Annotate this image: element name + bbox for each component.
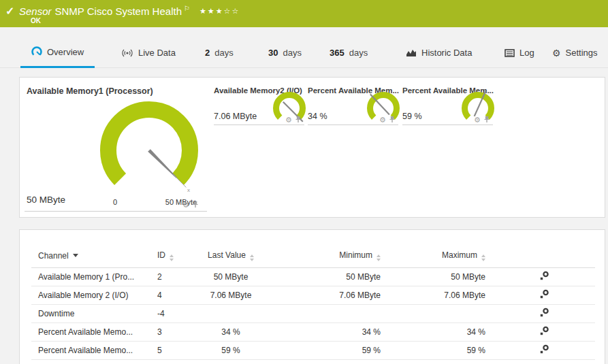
channel-settings-icon[interactable]: [539, 308, 549, 318]
cell-actions: [497, 286, 595, 304]
gear-icon[interactable]: ⚙: [182, 201, 189, 208]
cell-maximum: 7.06 MByte: [392, 286, 497, 304]
cell-minimum: 7.06 MByte: [269, 286, 392, 304]
status-badge: OK: [31, 17, 41, 24]
tab-label: days: [283, 48, 301, 58]
table-row: Percent Available Memo... 5 59 % 59 % 59…: [31, 341, 595, 359]
tab-label: Overview: [47, 47, 84, 57]
table-header-row: Channel ID Last Value Minimum Maximum: [31, 245, 595, 267]
column-label: Channel: [38, 251, 69, 261]
cell-last-value: 34 %: [193, 322, 269, 341]
gear-icon[interactable]: ⚙: [379, 116, 386, 123]
tab-label: Live Data: [138, 48, 176, 58]
tab-historic-data[interactable]: Historic Data: [395, 37, 483, 68]
channel-settings-icon[interactable]: [539, 326, 549, 336]
cell-last-value: 50 MByte: [193, 267, 269, 286]
tab-label: days: [214, 48, 233, 58]
cell-actions: [497, 304, 595, 322]
page-title: SensorSNMP Cisco System Health⚐★★★☆☆: [19, 5, 240, 17]
cell-channel[interactable]: Percent Available Memo...: [31, 341, 150, 359]
tile-divider: [25, 211, 207, 212]
tab-settings[interactable]: ⚙ Settings: [541, 37, 608, 68]
table-row: Downtime -4: [31, 304, 595, 322]
cell-id: 4: [150, 286, 193, 304]
cell-channel[interactable]: Available Memory 2 (I/O): [31, 286, 150, 304]
column-header-minimum[interactable]: Minimum: [269, 245, 392, 267]
tab-label: days: [349, 48, 368, 58]
mini-gauge: [362, 88, 404, 130]
cell-minimum: 50 MByte: [269, 267, 392, 286]
tab-365-days[interactable]: 365 days: [319, 37, 379, 68]
channel-settings-icon[interactable]: [539, 344, 549, 354]
gauge-value: 7.06 MByte: [214, 112, 257, 121]
tab-label: Log: [519, 48, 534, 58]
gear-icon: ⚙: [552, 48, 561, 59]
tab-2-days[interactable]: 2 days: [194, 37, 244, 68]
gauge-scale-min: 0: [113, 198, 117, 206]
column-header-channel[interactable]: Channel: [31, 245, 150, 267]
sort-icon: [481, 254, 485, 261]
table-row: Available Memory 2 (I/O) 4 7.06 MByte 7.…: [31, 286, 595, 304]
tab-overview[interactable]: Overview: [20, 37, 95, 68]
gauge-value: 34 %: [308, 112, 327, 121]
table-row: Available Memory 1 (Pro... 2 50 MByte 50…: [31, 267, 595, 286]
column-label: Maximum: [442, 250, 477, 260]
pin-icon[interactable]: [192, 201, 199, 208]
gear-icon[interactable]: ⚙: [285, 116, 292, 123]
gauge-value: 59 %: [402, 112, 422, 121]
star-rating[interactable]: ★★★☆☆: [199, 7, 240, 15]
primary-gauge: x: [84, 93, 213, 210]
cell-id: 5: [150, 341, 193, 359]
pin-icon[interactable]: [483, 116, 490, 123]
tile-divider: [402, 125, 493, 125]
sort-icon: [170, 254, 174, 261]
tab-number: 2: [205, 48, 210, 58]
pin-icon[interactable]: [295, 116, 302, 123]
tab-log[interactable]: Log: [494, 37, 545, 68]
column-label: Minimum: [339, 250, 372, 260]
gear-icon[interactable]: ⚙: [474, 116, 481, 123]
cell-maximum: [392, 304, 497, 322]
column-header-maximum[interactable]: Maximum: [392, 245, 497, 267]
channels-panel: Channel ID Last Value Minimum Maximum Av…: [19, 229, 605, 364]
cell-last-value: 7.06 MByte: [193, 286, 269, 304]
cell-channel[interactable]: Percent Available Memo...: [31, 322, 150, 341]
log-icon: [505, 49, 515, 57]
cell-id: 3: [150, 322, 193, 341]
channel-settings-icon[interactable]: [539, 271, 549, 281]
live-icon: [121, 48, 133, 58]
tile-divider: [214, 125, 304, 125]
column-header-id[interactable]: ID: [150, 245, 193, 267]
channel-settings-icon[interactable]: [539, 289, 549, 299]
tab-live-data[interactable]: Live Data: [110, 37, 187, 68]
cell-last-value: [193, 304, 269, 322]
cell-channel[interactable]: Available Memory 1 (Pro...: [31, 267, 150, 286]
cell-minimum: 34 %: [269, 322, 392, 341]
channels-table: Channel ID Last Value Minimum Maximum Av…: [31, 245, 595, 360]
column-header-last-value[interactable]: Last Value: [193, 245, 269, 267]
tab-number: 30: [268, 48, 278, 58]
cell-actions: [497, 267, 595, 286]
cell-channel[interactable]: Downtime: [31, 304, 150, 322]
sort-icon: [250, 254, 254, 261]
tab-30-days[interactable]: 30 days: [257, 37, 313, 68]
cell-minimum: 59 %: [269, 341, 392, 359]
tab-bar: Overview Live Data 2 days 30 days 365 da…: [0, 37, 608, 68]
gauges-panel: Available Memory1 (Processor) x 0 50 MBy…: [19, 77, 605, 218]
svg-text:x: x: [187, 187, 190, 193]
column-label: Last Value: [208, 250, 246, 260]
check-icon: ✓: [5, 5, 14, 18]
sort-desc-icon: [73, 254, 78, 257]
sensor-title: SNMP Cisco System Health: [55, 5, 182, 17]
gauge-value-primary: 50 MByte: [27, 195, 65, 205]
sensor-status-bar: ✓ SensorSNMP Cisco System Health⚐★★★☆☆ O…: [0, 0, 608, 27]
cell-minimum: [269, 304, 392, 322]
sensor-kind-label: Sensor: [19, 5, 52, 17]
cell-actions: [497, 322, 595, 341]
cell-last-value: 59 %: [193, 341, 269, 359]
pin-icon[interactable]: [389, 116, 396, 123]
cell-id: -4: [150, 304, 193, 322]
sort-icon: [377, 254, 381, 261]
cell-actions: [497, 341, 595, 359]
flag-icon[interactable]: ⚐: [184, 5, 190, 12]
